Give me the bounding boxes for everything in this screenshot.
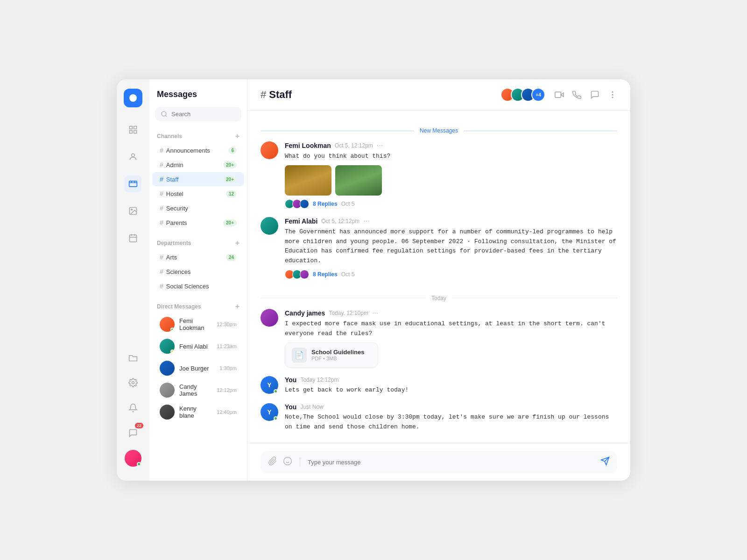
user-online-indicator [137,462,141,466]
replies-date: Oct 5 [341,271,355,278]
dm-name: Femi Lookman [179,317,212,331]
svg-marker-12 [561,93,564,97]
settings-icon[interactable] [125,374,141,391]
message-options[interactable]: ··· [363,217,369,225]
dm-avatar [160,383,175,398]
chat-badge: 22 [135,423,143,428]
svg-rect-1 [130,126,133,129]
header-member-count[interactable]: +4 [531,88,545,102]
more-options-icon[interactable] [608,90,617,99]
messages-area: New Messages Femi Lookman Oct 5, 12:12pm… [247,111,630,443]
message-text: The Government has announced more suppor… [285,227,617,266]
chat-title: # Staff [261,89,496,101]
message-images [285,165,617,196]
chat-bubble-icon[interactable] [590,90,599,99]
media-icon[interactable] [125,203,141,219]
channel-hostel[interactable]: # Hostel 12 [152,187,244,201]
dept-sciences[interactable]: # Sciences [152,265,244,279]
message-sender: You [285,403,296,411]
dept-social-sciences[interactable]: # Social Sciences [152,279,244,293]
svg-point-0 [129,94,137,102]
replies-count[interactable]: 8 Replies [313,271,338,278]
dm-joe-burger[interactable]: Joe Burger 1:30pm [152,357,244,379]
channel-name: Security [166,205,237,212]
replies-count[interactable]: 8 Replies [313,201,338,207]
dm-info: Femi Lookman [179,317,212,331]
today-label: Today [431,295,446,301]
dashboard-icon[interactable] [125,121,141,138]
message-avatar [261,141,278,159]
search-icon [161,111,168,118]
dm-time: 11:23am [217,343,237,349]
channel-announcements[interactable]: # Announcements 6 [152,143,244,157]
message-candy: Candy james Today, 12:10pm ··· I expecte… [261,309,617,368]
file-attachment[interactable]: 📄 School Guidelines PDF • 3MB [285,343,378,368]
dm-info: Kenny blane [179,405,212,419]
channel-security[interactable]: # Security [152,201,244,215]
message-you-1: Y You Today 12:12pm Lets get back to wor… [261,376,617,395]
channel-badge: 12 [226,190,237,197]
channel-admin[interactable]: # Admin 20+ [152,158,244,172]
dm-avatar [160,317,175,332]
departments-label: Departments [157,240,191,246]
reply-avatars [285,199,309,209]
channel-name: Staff [166,176,221,183]
file-info: School Guidelines PDF • 3MB [311,349,364,361]
message-image-1[interactable] [285,165,331,196]
header-member-avatars[interactable]: +4 [500,88,545,102]
dm-name: Femi Alabi [179,343,212,350]
reply-avatar [300,270,309,279]
message-options[interactable]: ··· [372,309,378,317]
attachment-icon[interactable] [268,456,277,468]
replies-date: Oct 5 [341,201,355,207]
reply-avatars [285,270,309,279]
notifications-icon[interactable] [125,399,141,416]
phone-call-icon[interactable] [572,90,582,99]
messages-nav-icon[interactable] [125,175,141,192]
input-area [247,443,630,481]
video-call-icon[interactable] [555,90,564,99]
user-avatar[interactable] [125,450,141,467]
reply-avatar [300,199,309,209]
search-input[interactable] [171,111,236,118]
channels-label: Channels [157,133,182,140]
dm-avatar [160,339,175,354]
channel-parents[interactable]: # Parents 20+ [152,216,244,230]
svg-point-15 [612,94,613,95]
message-input[interactable] [308,459,595,466]
file-name: School Guidelines [311,349,364,356]
message-sender: Femi Alabi [285,217,317,225]
contacts-icon[interactable] [125,148,141,165]
message-time: Oct 5, 12:12pm [321,218,359,224]
message-image-2[interactable] [335,165,382,196]
add-department-button[interactable]: + [235,239,240,247]
channel-staff[interactable]: # Staff 20+ [152,172,244,186]
svg-point-5 [132,154,135,157]
svg-point-10 [132,382,134,384]
svg-rect-4 [134,131,137,133]
message-header: You Just Now [285,403,617,411]
calendar-icon[interactable] [125,230,141,246]
dm-avatar [160,361,175,376]
add-channel-button[interactable]: + [235,133,240,140]
message-options[interactable]: ··· [377,141,383,150]
send-button[interactable] [600,456,610,468]
svg-rect-6 [129,181,137,187]
add-dm-button[interactable]: + [235,303,240,310]
message-time: Just Now [300,404,323,410]
dm-kenny-blane[interactable]: Kenny blane 12:40pm [152,401,244,423]
chat-nav-icon[interactable]: 22 [125,425,141,441]
dm-candy-james[interactable]: Candy James 12:12pm [152,379,244,401]
message-time: Oct 5, 12:12pm [335,142,373,149]
dept-arts[interactable]: # Arts 24 [152,250,244,264]
replies-row: 8 Replies Oct 5 [285,270,617,279]
dept-name: Social Sciences [166,283,237,290]
search-box[interactable] [155,107,241,121]
dm-femi-alabi[interactable]: Femi Alabi 11:23am [152,336,244,357]
folder-icon[interactable] [125,349,141,366]
dm-femi-lookman[interactable]: Femi Lookman 12:30pm [152,314,244,335]
you-online-indicator [274,416,278,420]
emoji-icon[interactable] [283,456,292,468]
you-avatar: Y [261,403,278,421]
image-content [335,165,382,196]
